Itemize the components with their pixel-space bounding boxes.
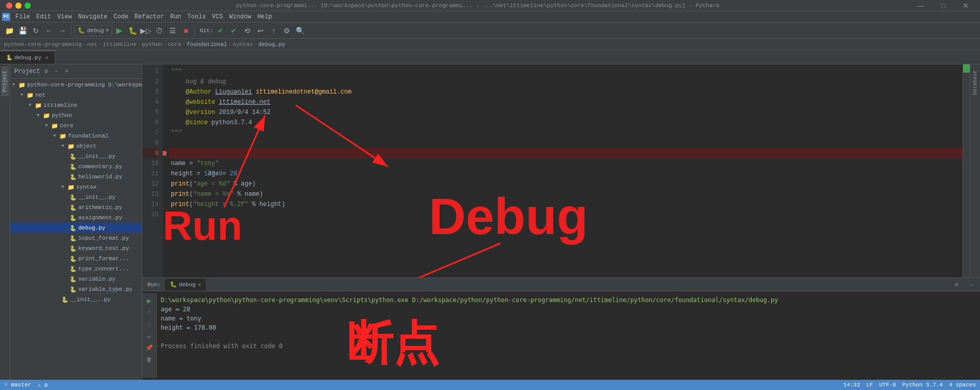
tree-item-commentary[interactable]: 🐍 commentary.py — [10, 162, 142, 172]
vtab-database[interactable]: Database — [971, 66, 979, 99]
scroll-up-btn[interactable]: ↑ — [144, 307, 155, 317]
menu-view[interactable]: View — [54, 11, 75, 22]
tree-item-net[interactable]: ▼ 📁 net — [10, 90, 142, 100]
tree-item-object[interactable]: ▼ 📁 object — [10, 141, 142, 151]
tree-item-foundational[interactable]: ▼ 📁 foundational — [10, 131, 142, 141]
code-editor[interactable]: """ bug & debug @Author Liuguanlei ittim… — [163, 64, 963, 278]
line-num-13: 13 — [142, 189, 159, 199]
tree-item-arithmetic[interactable]: 🐍 arithmetic.py — [10, 202, 142, 213]
run-again-btn[interactable]: ▶ — [144, 295, 155, 306]
tab-debug-py[interactable]: 🐍 debug.py ✕ — [0, 51, 55, 64]
git-commit-btn[interactable]: ⟲ — [241, 25, 253, 37]
menu-tools[interactable]: Tools — [184, 11, 209, 22]
menu-edit[interactable]: Edit — [33, 11, 54, 22]
tab-close-icon[interactable]: ✕ — [46, 55, 49, 61]
pin-btn[interactable]: 📌 — [144, 342, 155, 353]
menu-code[interactable]: Code — [111, 11, 132, 22]
run-button[interactable]: ▶ — [113, 25, 125, 37]
breadcrumb-net[interactable]: net — [87, 41, 97, 48]
win-close-btn[interactable]: ✕ — [955, 0, 976, 11]
tree-label-core: core — [60, 123, 73, 129]
bottom-tab-debug[interactable]: 🐛 debug ✕ — [165, 279, 206, 291]
scroll-down-btn[interactable]: ↓ — [144, 319, 155, 329]
sidebar-settings-icon[interactable]: ⚙ — [42, 67, 50, 76]
menu-refactor[interactable]: Refactor — [132, 11, 167, 22]
tree-item-root[interactable]: ▼ 📁 python-core-programming D:\workspace… — [10, 80, 142, 90]
line-num-6: 6 — [142, 118, 159, 128]
find-btn[interactable]: 🔍 — [294, 25, 307, 37]
tree-item-helloworld[interactable]: 🐍 helloworld.py — [10, 172, 142, 182]
tree-item-variable-type[interactable]: 🐍 variable_type.py — [10, 284, 142, 294]
tree-item-init-syntax[interactable]: 🐍 __init__.py — [10, 192, 142, 202]
breadcrumb-foundational[interactable]: foundational — [187, 41, 227, 48]
menu-vcs[interactable]: VCS — [209, 11, 226, 22]
profile-btn[interactable]: ⏱ — [153, 25, 165, 37]
breadcrumb-root[interactable]: python-core-programming — [4, 41, 82, 48]
git-check-btn[interactable]: ✔ — [228, 25, 240, 37]
bottom-panel-minimize[interactable]: — — [964, 279, 978, 291]
bottom-panel-settings[interactable]: ⚙ — [950, 279, 964, 291]
menu-file[interactable]: File — [12, 11, 33, 22]
tree-item-variable[interactable]: 🐍 variable.py — [10, 274, 142, 284]
git-update-btn[interactable]: ✔ — [214, 25, 227, 37]
bottom-tab-close[interactable]: ✕ — [198, 282, 201, 288]
git-rollback-btn[interactable]: ↩ — [254, 25, 267, 37]
tree-label-type-convert: type_convert... — [78, 266, 129, 272]
sidebar-collapse-icon[interactable]: – — [52, 67, 60, 76]
tree-label-foundational: foundational — [68, 133, 108, 139]
tree-label-input-format: input_format.py — [78, 235, 129, 241]
win-maximize-btn[interactable]: □ — [933, 0, 953, 11]
debug-button[interactable]: 🐛 — [126, 25, 139, 37]
tree-label-keyword: keyword_test.py — [78, 245, 129, 251]
coverage-btn[interactable]: ▶▷ — [140, 25, 152, 37]
tree-item-debug[interactable]: 🐍 debug.py — [10, 223, 142, 233]
tree-item-type-convert[interactable]: 🐍 type_convert... — [10, 264, 142, 274]
status-warnings: ⚠ 0 — [37, 382, 48, 388]
toolbar-forward-btn[interactable]: → — [56, 25, 69, 37]
toolbar-back-btn[interactable]: ← — [43, 25, 55, 37]
menu-window[interactable]: Window — [226, 11, 254, 22]
folder-icon-object: 📁 — [68, 143, 75, 150]
menu-run[interactable]: Run — [167, 11, 184, 22]
breadcrumb-syntax[interactable]: syntax — [233, 41, 253, 48]
git-settings-btn[interactable]: ⚙ — [281, 25, 293, 37]
tree-item-print[interactable]: 🐍 print_format... — [10, 254, 142, 264]
clear-btn[interactable]: 🗑 — [144, 354, 155, 364]
toolbar-open-btn[interactable]: 📁 — [3, 25, 15, 37]
breadcrumb-core[interactable]: core — [168, 41, 181, 48]
run-manage-btn[interactable]: ☰ — [166, 25, 179, 37]
stop-btn[interactable]: ■ — [180, 25, 192, 37]
scrollbar-right[interactable] — [963, 64, 970, 278]
toolbar-sync-btn[interactable]: ↻ — [30, 25, 42, 37]
tree-label-assignment: assignment.py — [78, 215, 122, 221]
breadcrumb-ittimeline[interactable]: ittimeline — [103, 41, 137, 48]
maximize-button[interactable] — [25, 3, 31, 9]
tree-item-syntax[interactable]: ▼ 📁 syntax — [10, 182, 142, 192]
tree-label-commentary: commentary.py — [78, 164, 122, 170]
win-minimize-btn[interactable]: — — [910, 0, 931, 11]
wrap-btn[interactable]: ↵ — [144, 331, 155, 341]
debug-config[interactable]: 🐛 debug ▼ — [74, 25, 112, 36]
tree-item-keyword[interactable]: 🐍 keyword_test.py — [10, 243, 142, 254]
minimize-button[interactable] — [15, 3, 21, 9]
breakpoint-marker[interactable] — [163, 151, 167, 156]
tree-item-input-format[interactable]: 🐍 input_format.py — [10, 233, 142, 243]
folder-icon-foundational: 📁 — [59, 133, 67, 140]
menu-navigate[interactable]: Navigate — [75, 11, 111, 22]
sidebar-gear-icon[interactable]: × — [62, 67, 71, 76]
tree-item-assignment[interactable]: 🐍 assignment.py — [10, 213, 142, 223]
tree-item-init-bottom[interactable]: 🐍 __init__..py — [10, 294, 142, 305]
vtab-project[interactable]: Project — [1, 66, 9, 96]
tree-item-init-obj[interactable]: 🐍 __init__.py — [10, 151, 142, 162]
toolbar: 📁 💾 ↻ ← → 🐛 debug ▼ ▶ 🐛 ▶▷ ⏱ ☰ ■ Git: ✔ … — [0, 22, 980, 39]
breadcrumb-python[interactable]: python — [142, 41, 162, 48]
breadcrumb-file[interactable]: debug.py — [258, 41, 286, 48]
tree-item-ittimeline[interactable]: ▼ 📁 ittimeline — [10, 100, 142, 110]
tree-item-core[interactable]: ▼ 📁 core — [10, 121, 142, 131]
tree-item-python[interactable]: ▼ 📁 python — [10, 110, 142, 121]
toolbar-save-btn[interactable]: 💾 — [16, 25, 29, 37]
git-push-btn[interactable]: ↑ — [268, 25, 280, 37]
menu-help[interactable]: Help — [254, 11, 275, 22]
line-numbers: 1 2 3 4 5 6 7 8 9 10 11 12 13 14 15 — [142, 64, 163, 278]
close-button[interactable] — [6, 3, 12, 9]
